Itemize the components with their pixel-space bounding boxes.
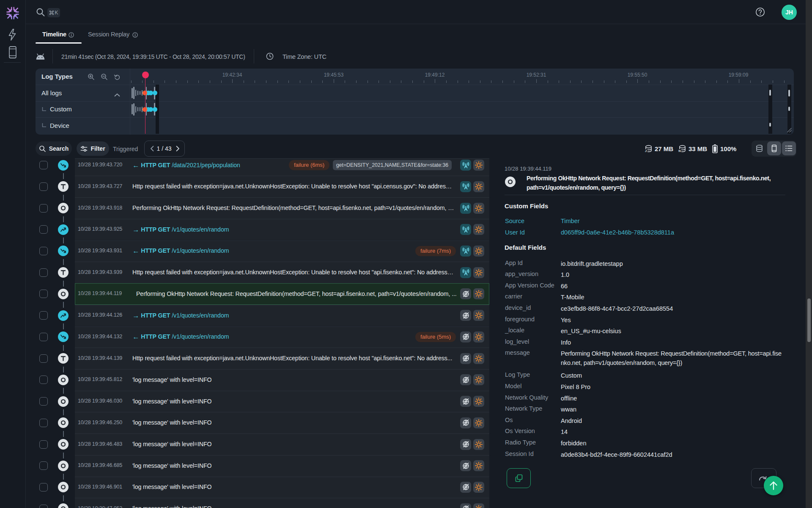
svg-text:N: N bbox=[678, 149, 680, 153]
svg-text:J: J bbox=[645, 149, 647, 153]
